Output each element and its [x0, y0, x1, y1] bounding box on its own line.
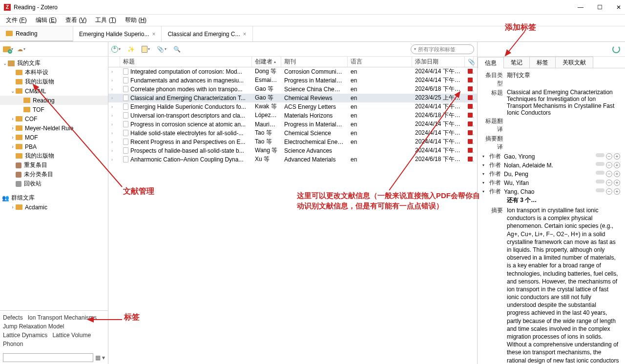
search-box[interactable]: ▾	[411, 44, 474, 54]
advanced-search-button[interactable]: 🔍	[173, 46, 181, 53]
chevron-down-icon[interactable]: ▾	[482, 154, 484, 159]
author-name[interactable]: Du, Peng	[504, 171, 528, 178]
maximize-button[interactable]: ☐	[597, 4, 603, 11]
item-title-value[interactable]: Classical and Emerging Characterization …	[507, 89, 620, 116]
group-libraries[interactable]: 👥 群组文库	[0, 193, 108, 202]
tab-tags[interactable]: 标签	[529, 57, 556, 68]
collection-item[interactable]: Reading	[0, 96, 108, 105]
add-author-button[interactable]: +	[614, 153, 620, 160]
new-item-button[interactable]: ▾	[111, 46, 121, 53]
tab-document-2[interactable]: Classical and Emerging C... ×	[162, 26, 252, 41]
new-collection-button[interactable]: +▾	[3, 46, 13, 52]
expand-icon[interactable]: ›	[111, 148, 116, 153]
search-input[interactable]	[418, 46, 471, 52]
expand-icon[interactable]: ›	[111, 113, 116, 118]
item-row[interactable]: ›Prospects of halide-based all-solid-sta…	[108, 146, 477, 155]
pdf-icon[interactable]	[468, 157, 473, 162]
add-by-identifier-button[interactable]: ✨	[127, 46, 135, 53]
chevron-down-icon[interactable]: ▾	[482, 181, 484, 185]
column-journal[interactable]: 期刊	[281, 57, 348, 67]
abstract-value[interactable]: Ion transport in crystalline fast ionic …	[507, 206, 620, 364]
add-author-button[interactable]: +	[614, 188, 620, 195]
tab-document-1[interactable]: Emerging Halide Superio... ×	[73, 26, 162, 41]
item-row[interactable]: ›Anharmonic Cation–Anion Coupling Dyna..…	[108, 155, 477, 164]
group-item[interactable]: › Acdamic	[0, 202, 108, 212]
remove-author-button[interactable]: −	[606, 188, 612, 195]
expand-icon[interactable]: ›	[111, 78, 116, 83]
tag-menu-button[interactable]: ▦ ▾	[95, 354, 105, 361]
pdf-icon[interactable]	[468, 78, 473, 82]
minimize-button[interactable]: —	[578, 4, 583, 11]
close-button[interactable]: ✕	[616, 4, 621, 11]
chevron-down-icon[interactable]: ▾	[482, 189, 484, 194]
expand-icon[interactable]: ›	[111, 157, 116, 162]
item-row[interactable]: ›Recent Progress in and Perspectives on …	[108, 138, 477, 146]
tag-item[interactable]: Lattice Volume	[52, 332, 91, 339]
tab-library[interactable]: Reading	[0, 26, 73, 41]
chevron-down-icon[interactable]: ▾	[482, 163, 484, 167]
tag-item[interactable]: Phonon	[3, 341, 23, 347]
collection-item[interactable]: ›PBA	[0, 142, 108, 151]
menu-help[interactable]: 帮助 (H)	[121, 15, 150, 25]
pdf-icon[interactable]	[468, 104, 473, 109]
author-mode-toggle[interactable]	[596, 180, 604, 183]
tag-item[interactable]: Defects	[3, 314, 23, 321]
column-expand[interactable]	[108, 57, 120, 67]
pdf-icon[interactable]	[468, 121, 473, 126]
menu-edit[interactable]: 编辑 (E)	[32, 15, 61, 25]
expand-icon[interactable]: ›	[111, 131, 116, 136]
author-row[interactable]: ▾作者Du, Peng−+	[482, 170, 620, 178]
collection-item[interactable]: 本科毕设	[0, 68, 108, 77]
collection-item[interactable]: 我的出版物	[0, 77, 108, 86]
author-name[interactable]: Yang, Chao	[504, 188, 535, 195]
close-icon[interactable]: ×	[152, 31, 155, 38]
pdf-icon[interactable]	[468, 139, 473, 144]
search-dropdown-icon[interactable]: ▾	[414, 47, 416, 51]
pdf-icon[interactable]	[468, 86, 473, 91]
item-row[interactable]: ›Correlate phonon modes with ion transpo…	[108, 85, 477, 94]
tag-item[interactable]: Lattice Dynamics	[3, 332, 47, 339]
tag-item[interactable]: Ion Transport Mechanisms	[28, 314, 97, 321]
item-row[interactable]: ›Universal ion-transport descriptors and…	[108, 111, 477, 120]
add-attachment-button[interactable]: 📎▾	[157, 46, 167, 53]
my-library[interactable]: ⌄ 我的文库	[0, 59, 108, 68]
new-note-button[interactable]: ▾	[142, 46, 150, 53]
pdf-icon[interactable]	[468, 130, 473, 135]
remove-author-button[interactable]: −	[606, 180, 612, 186]
remove-author-button[interactable]: −	[606, 162, 612, 168]
expand-icon[interactable]: ›	[111, 140, 116, 144]
collection-item[interactable]: ›COF	[0, 114, 108, 123]
collection-item[interactable]: ›MOF	[0, 133, 108, 142]
collection-item[interactable]: 回收站	[0, 179, 108, 188]
collection-item[interactable]: 未分类条目	[0, 170, 108, 179]
tab-notes[interactable]: 笔记	[503, 57, 530, 68]
expand-icon[interactable]: ›	[111, 87, 116, 92]
pdf-icon[interactable]	[468, 95, 473, 100]
menu-tools[interactable]: 工具 (T)	[91, 15, 120, 25]
author-row[interactable]: ▾作者Nolan, Adelaide M.−+	[482, 161, 620, 169]
author-name[interactable]: Gao, Yirong	[504, 153, 535, 160]
tag-item[interactable]: Jump Relaxation Model	[3, 323, 64, 330]
author-row[interactable]: ▾作者Yang, Chao−+	[482, 187, 620, 196]
expand-icon[interactable]: ›	[111, 96, 116, 101]
tab-related[interactable]: 关联文献	[555, 57, 593, 68]
author-name[interactable]: Wu, Yifan	[504, 180, 529, 186]
collection-item[interactable]: ⌄CM&ML	[0, 86, 108, 96]
item-row[interactable]: ›Emerging Halide Superionic Conductors f…	[108, 102, 477, 111]
expand-icon[interactable]: ›	[111, 122, 116, 127]
column-creator[interactable]: 创建者▴	[252, 57, 281, 67]
add-author-button[interactable]: +	[614, 171, 620, 177]
column-title[interactable]: 标题	[120, 57, 252, 67]
add-author-button[interactable]: +	[614, 162, 620, 168]
remove-author-button[interactable]: −	[606, 153, 612, 160]
menu-view[interactable]: 查看 (V)	[62, 15, 90, 25]
column-attachment[interactable]: 📎	[465, 57, 474, 67]
expand-icon[interactable]: ›	[111, 104, 116, 109]
more-authors[interactable]: 还有 3 个…	[507, 196, 537, 204]
column-language[interactable]: 语言	[348, 57, 412, 67]
remove-author-button[interactable]: −	[606, 171, 612, 177]
author-mode-toggle[interactable]	[596, 188, 604, 192]
new-library-button[interactable]: ☁▾	[17, 46, 25, 53]
close-icon[interactable]: ×	[243, 31, 247, 38]
item-type-value[interactable]: 期刊文章	[507, 71, 620, 80]
